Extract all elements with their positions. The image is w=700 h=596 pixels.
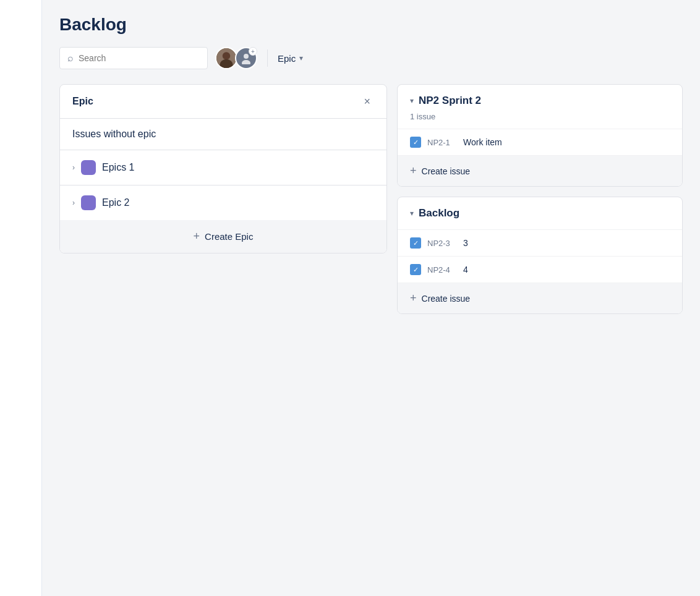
epic-item-epic-2[interactable]: › Epic 2 — [60, 185, 386, 220]
backlog-issue-id-2: NP2-4 — [427, 265, 457, 275]
main-container: Backlog ⌕ — [0, 0, 700, 596]
backlog-issue-id-1: NP2-3 — [427, 239, 457, 248]
avatar-user[interactable] — [215, 47, 237, 69]
epic-panel-title: Epic — [72, 96, 93, 107]
chevron-down-icon: ▾ — [299, 54, 303, 62]
epic-color-dot-2 — [81, 195, 96, 210]
create-issue-button-sprint[interactable]: + Create issue — [398, 155, 682, 186]
epic-label: Epics 1 — [102, 162, 134, 173]
content-area: Backlog ⌕ — [42, 0, 700, 596]
backlog-issue-title-1: 3 — [463, 238, 468, 248]
issue-row[interactable]: ✓ NP2-1 Work item — [398, 129, 682, 155]
svg-point-3 — [244, 54, 249, 59]
epic-label-2: Epic 2 — [102, 197, 129, 208]
sprint-collapse-icon[interactable]: ▾ — [410, 96, 414, 105]
backlog-issue-row-2[interactable]: ✓ NP2-4 4 — [398, 256, 682, 283]
epic-panel: Epic × Issues without epic › Epics 1 — [59, 84, 387, 253]
backlog-issue-title-2: 4 — [463, 265, 468, 275]
toolbar: ⌕ + — [59, 47, 683, 69]
issue-id: NP2-1 — [427, 138, 457, 147]
svg-point-4 — [242, 60, 250, 64]
create-issue-label-sprint: Create issue — [422, 166, 471, 176]
sprint-panel: ▾ NP2 Sprint 2 1 issue ✓ NP2-1 Work item — [397, 84, 683, 314]
chevron-right-icon: › — [72, 163, 75, 172]
search-icon: ⌕ — [67, 53, 74, 64]
epic-item-row-2: › Epic 2 — [72, 195, 374, 210]
create-epic-label: Create Epic — [205, 231, 253, 242]
search-box[interactable]: ⌕ — [59, 47, 208, 69]
close-epic-panel-button[interactable]: × — [360, 95, 374, 108]
search-input[interactable] — [79, 53, 200, 63]
checkbox-checked-4[interactable]: ✓ — [410, 264, 421, 275]
plus-icon-sprint: + — [410, 164, 417, 177]
backlog-title: Backlog — [419, 207, 459, 219]
epic-color-dot — [81, 160, 96, 175]
avatar-add[interactable]: + — [235, 47, 257, 69]
chevron-right-icon-2: › — [72, 198, 75, 207]
toolbar-divider — [267, 49, 268, 67]
sprint-count: 1 issue — [398, 109, 682, 129]
left-sidebar — [0, 0, 42, 596]
create-issue-button-backlog[interactable]: + Create issue — [398, 283, 682, 313]
epic-filter-button[interactable]: Epic ▾ — [278, 53, 303, 64]
add-badge: + — [249, 47, 257, 56]
plus-icon-backlog: + — [410, 292, 417, 305]
checkbox-checked[interactable]: ✓ — [410, 137, 421, 148]
epic-filter-label: Epic — [278, 53, 296, 64]
sprint-section: ▾ NP2 Sprint 2 1 issue ✓ NP2-1 Work item — [397, 84, 683, 187]
check-icon-3: ✓ — [413, 239, 419, 247]
epic-panel-header: Epic × — [60, 85, 386, 118]
sprint-title: NP2 Sprint 2 — [419, 95, 481, 107]
create-epic-button[interactable]: + Create Epic — [60, 220, 386, 253]
plus-icon: + — [194, 230, 200, 243]
create-issue-label-backlog: Create issue — [422, 294, 471, 304]
page-title: Backlog — [59, 15, 683, 35]
panels-container: Epic × Issues without epic › Epics 1 — [59, 84, 683, 314]
checkbox-checked-3[interactable]: ✓ — [410, 237, 421, 249]
backlog-collapse-icon[interactable]: ▾ — [410, 209, 414, 218]
check-icon-4: ✓ — [413, 266, 419, 274]
epic-item-no-epic[interactable]: Issues without epic — [60, 118, 386, 150]
svg-point-1 — [223, 52, 230, 59]
backlog-issue-row-1[interactable]: ✓ NP2-3 3 — [398, 229, 682, 256]
epic-item-epics-1[interactable]: › Epics 1 — [60, 150, 386, 185]
epic-item-row: › Epics 1 — [72, 160, 374, 175]
backlog-header: ▾ Backlog — [398, 197, 682, 229]
avatar-photo — [216, 47, 236, 69]
no-epic-label: Issues without epic — [72, 129, 156, 139]
check-icon: ✓ — [413, 138, 419, 147]
avatars-group: + — [215, 47, 257, 69]
issue-title: Work item — [463, 137, 502, 147]
backlog-section: ▾ Backlog ✓ NP2-3 3 ✓ — [397, 197, 683, 314]
sprint-header: ▾ NP2 Sprint 2 — [398, 85, 682, 109]
